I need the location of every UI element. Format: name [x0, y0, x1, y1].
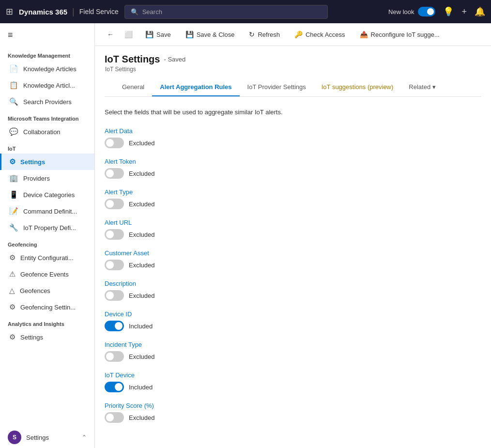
reconfigure-button[interactable]: 📤 Reconfigure IoT sugge... [353, 27, 446, 42]
sidebar-item-collaboration[interactable]: 💬 Collaboration [0, 124, 94, 140]
sidebar: ≡ Knowledge Management 📄 Knowledge Artic… [0, 23, 95, 448]
sidebar-menu-toggle[interactable]: ≡ [0, 23, 94, 47]
sidebar-item-device-categories[interactable]: 📱 Device Categories [0, 186, 94, 203]
toggle-status-alert-type: Excluded [129, 201, 154, 208]
sidebar-item-geofencing-settings[interactable]: ⚙ Geofencing Settin... [0, 299, 94, 315]
toggle-status-description: Excluded [129, 292, 154, 299]
sidebar-bottom-user[interactable]: S Settings ⌃ [0, 427, 94, 448]
toggle-alert-data[interactable] [105, 138, 124, 148]
section-knowledge-management: Knowledge Management [0, 47, 94, 61]
field-row-priority-score: Priority Score (%)Excluded [105, 402, 481, 423]
search-box[interactable]: 🔍 Search [124, 5, 328, 19]
refresh-button[interactable]: ↻ Refresh [243, 27, 286, 42]
tab-iot-suggestions[interactable]: IoT suggestions (preview) [314, 78, 401, 96]
tab-iot-provider-settings[interactable]: IoT Provider Settings [240, 78, 314, 96]
save-icon: 💾 [145, 31, 153, 38]
sidebar-item-knowledge-articles[interactable]: 📄 Knowledge Articles [0, 61, 94, 77]
main-layout: ≡ Knowledge Management 📄 Knowledge Artic… [0, 23, 491, 448]
new-look-toggle[interactable]: New look [388, 7, 435, 16]
sidebar-item-search-providers[interactable]: 🔍 Search Providers [0, 93, 94, 110]
providers-icon: 🏢 [9, 174, 18, 183]
toggle-alert-type[interactable] [105, 199, 124, 209]
search-placeholder: Search [142, 8, 162, 15]
new-look-switch[interactable] [418, 7, 435, 16]
tab-general[interactable]: General [114, 78, 152, 96]
check-access-icon: 🔑 [294, 31, 303, 38]
saved-badge: - Saved [164, 56, 185, 63]
bell-icon[interactable]: 🔔 [475, 6, 485, 17]
sidebar-item-label: Settings [20, 158, 45, 166]
toggle-alert-url[interactable] [105, 229, 124, 240]
sidebar-item-iot-settings[interactable]: ⚙ Settings [0, 154, 94, 170]
toggle-iot-device[interactable] [105, 382, 124, 392]
plus-icon[interactable]: + [461, 7, 467, 17]
save-close-icon: 💾 [185, 31, 194, 38]
sidebar-item-entity-configurations[interactable]: ⚙ Entity Configurati... [0, 249, 94, 266]
toggle-status-alert-url: Excluded [129, 231, 154, 238]
save-close-button[interactable]: 💾 Save & Close [179, 27, 241, 42]
sidebar-item-knowledge-articles-2[interactable]: 📋 Knowledge Articl... [0, 77, 94, 93]
sidebar-item-geofences[interactable]: △ Geofences [0, 282, 94, 299]
toggle-description[interactable] [105, 290, 124, 301]
field-toggle-row-alert-token: Excluded [105, 168, 481, 179]
sidebar-item-label: Search Providers [23, 98, 72, 106]
top-nav-right: New look 💡 + 🔔 [388, 6, 485, 17]
user-avatar: S [8, 431, 21, 444]
field-label-customer-asset: Customer Asset [105, 249, 481, 257]
toggle-alert-token[interactable] [105, 168, 124, 179]
tab-alert-aggregation-rules[interactable]: Alert Aggregation Rules [152, 78, 239, 96]
toggle-incident-type[interactable] [105, 351, 124, 362]
grid-icon[interactable]: ⊞ [6, 6, 13, 17]
sidebar-item-analytics-settings[interactable]: ⚙ Settings [0, 329, 94, 345]
expand-button[interactable]: ⬜ [120, 27, 137, 42]
check-access-button[interactable]: 🔑 Check Access [288, 27, 352, 42]
lightbulb-icon[interactable]: 💡 [443, 6, 454, 17]
page-title: IoT Settings [105, 54, 160, 65]
field-row-alert-type: Alert TypeExcluded [105, 188, 481, 209]
field-toggle-row-incident-type: Excluded [105, 351, 481, 362]
document-icon: 📄 [9, 64, 18, 73]
sidebar-item-label: Knowledge Articles [23, 65, 77, 73]
sidebar-item-label: IoT Property Defi... [23, 224, 76, 232]
toggle-priority-score[interactable] [105, 412, 124, 423]
page-subtitle: IoT Settings [105, 66, 481, 73]
sidebar-item-command-definitions[interactable]: 📝 Command Definit... [0, 203, 94, 219]
chevron-up-icon: ⌃ [82, 434, 87, 441]
new-look-label: New look [388, 8, 414, 15]
chevron-down-icon: ▾ [432, 83, 436, 91]
field-row-alert-token: Alert TokenExcluded [105, 158, 481, 179]
sidebar-item-label: Entity Configurati... [20, 254, 74, 262]
sidebar-item-geofence-events[interactable]: ⚠ Geofence Events [0, 266, 94, 282]
section-iot: IoT [0, 140, 94, 154]
sidebar-item-iot-property-def[interactable]: 🔧 IoT Property Defi... [0, 219, 94, 236]
form-content: Select the fields that will be used to a… [95, 97, 491, 448]
back-button[interactable]: ← [103, 27, 118, 42]
field-row-description: DescriptionExcluded [105, 280, 481, 301]
toggle-customer-asset[interactable] [105, 260, 124, 270]
related-tab-label: Related [409, 83, 430, 91]
field-row-customer-asset: Customer AssetExcluded [105, 249, 481, 270]
sidebar-item-label: Command Definit... [23, 208, 77, 215]
field-toggle-row-iot-device: Included [105, 382, 481, 392]
sidebar-item-providers[interactable]: 🏢 Providers [0, 170, 94, 186]
field-label-priority-score: Priority Score (%) [105, 402, 481, 409]
warning-icon: ⚠ [9, 270, 15, 278]
sidebar-item-label: Collaboration [23, 128, 61, 136]
toggle-device-id[interactable] [105, 321, 124, 331]
tab-related[interactable]: Related ▾ [401, 78, 444, 96]
save-button[interactable]: 💾 Save [139, 27, 177, 42]
toggle-status-priority-score: Excluded [129, 414, 154, 421]
property-icon: 🔧 [9, 223, 18, 232]
brand-name[interactable]: Dynamics 365 [19, 8, 67, 16]
form-description: Select the fields that will be used to a… [105, 108, 481, 116]
module-name[interactable]: Field Service [79, 8, 119, 15]
entity-icon: ⚙ [9, 253, 15, 262]
field-row-iot-device: IoT DeviceIncluded [105, 371, 481, 392]
geofencing-settings-icon: ⚙ [9, 303, 15, 311]
toggle-status-customer-asset: Excluded [129, 262, 154, 269]
fields-container: Alert DataExcludedAlert TokenExcludedAle… [105, 127, 481, 423]
sidebar-item-label: Device Categories [23, 191, 75, 199]
sidebar-item-label: Geofence Events [20, 271, 69, 278]
field-label-alert-token: Alert Token [105, 158, 481, 165]
search-icon: 🔍 [131, 8, 138, 15]
